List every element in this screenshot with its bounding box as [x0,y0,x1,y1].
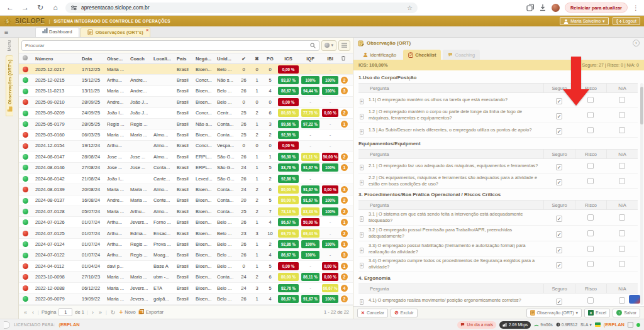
download-icon[interactable] [539,4,547,11]
checkbox-risco[interactable] [587,230,594,236]
checkbox-na[interactable] [619,163,625,169]
tab-coaching[interactable]: Coaching [443,50,480,60]
reload-icon[interactable]: ↻ [35,3,45,12]
table-row[interactable]: 2025-09-0209 24/09/25 João I... João J..… [19,108,353,119]
notification-badge[interactable]: Um dia a mais [457,321,496,329]
checkbox-na[interactable] [619,178,625,184]
floating-thumbnail[interactable] [629,295,640,304]
checkbox-seguro[interactable] [556,179,562,185]
table-row[interactable]: 2024-08-0146 27/08/24 Jose ... Jose ... … [19,163,353,173]
excel-button[interactable]: XExcel [584,309,610,317]
checkbox-seguro[interactable] [556,216,562,222]
table-row[interactable]: 2022-12-0088 06/12/22 Maria ... Jevers..… [19,283,353,294]
checkbox-na[interactable] [619,127,625,133]
expand-icon[interactable]: + [360,99,364,104]
menu-hamburger-icon[interactable]: ≡ [1,28,11,36]
tab-identificacao[interactable]: Identificação [358,50,401,60]
table-row[interactable]: 2024-07-0122 01/07/24 Arthu... Regis ...… [19,250,353,261]
bookmark-star-icon[interactable]: ☆ [407,4,413,11]
expand-icon[interactable]: + [360,232,364,238]
home-icon[interactable]: ⌂ [50,3,60,12]
search-input[interactable] [25,43,310,48]
salvar-button[interactable]: ↑Salvar [613,309,640,317]
last-page-icon[interactable]: » [97,309,103,316]
address-bar[interactable]: apresentacao.siclope.com.br ☆ [65,3,418,13]
table-row[interactable]: 2024-08-0142 21/08/24 João I... Cante...… [19,173,353,184]
checkbox-risco[interactable] [587,297,594,304]
table-row[interactable]: 2024-07-0128 05/07/24 Maria ... Arthu...… [19,206,353,217]
checkbox-risco[interactable] [587,127,594,133]
refresh-icon[interactable]: ↻ [109,309,117,316]
logout-button[interactable]: Logout [613,17,640,25]
expand-icon[interactable]: + [360,165,364,170]
prev-page-icon[interactable]: ‹ [31,309,35,316]
exportar-button[interactable]: Exportar [138,309,164,315]
expand-icon[interactable]: + [360,216,364,222]
checkbox-risco[interactable] [587,163,594,169]
checkbox-na[interactable] [619,261,625,267]
next-page-icon[interactable]: › [91,309,95,316]
rail-tab-observacoes[interactable]: Observações (ORT's) [6,55,13,116]
fullscreen-icon[interactable] [628,322,633,327]
search-box[interactable] [21,40,319,51]
expand-icon[interactable]: + [360,248,364,253]
tab-group-icon[interactable] [526,4,534,11]
table-row[interactable]: 2025-05-0179 28/05/25 Regis ... Regis ..… [19,119,353,129]
table-row[interactable]: 2022-09-0079 19/09/22 Maria ... Jevers..… [19,294,353,304]
checkbox-risco[interactable] [587,97,594,103]
user-menu-button[interactable]: Maria Solvelino ▾ [560,17,608,25]
checkbox-seguro[interactable] [556,231,562,238]
table-row[interactable]: 2024-04-0112 01/04/24 davi p... Base A B… [19,261,353,272]
table-row[interactable]: 2025-03-0160 06/03/25 Maria ... Maria ..… [19,129,353,140]
expand-icon[interactable]: + [360,263,364,268]
first-page-icon[interactable]: « [23,309,28,316]
checkbox-na[interactable] [619,112,625,118]
table-row[interactable]: 2024-08-0137 16/08/24 Andre... Maria ...… [19,195,353,206]
checkbox-na[interactable] [619,214,625,221]
checkbox-risco[interactable] [587,261,594,267]
checkbox-seguro[interactable] [556,128,562,135]
collapse-panel-icon[interactable]: › [633,40,640,47]
expand-icon[interactable]: + [360,180,364,185]
expand-icon[interactable]: + [360,114,364,119]
expand-icon[interactable]: + [360,299,364,305]
browser-menu-icon[interactable]: ⋮ [633,4,639,11]
table-row[interactable]: 2024-08-0139 20/08/24 Maria ... Maria ..… [19,184,353,195]
checkbox-risco[interactable] [587,246,594,252]
table-row[interactable]: 2025-12-0215 15/12/25 Arthu... Andre... … [19,75,353,85]
checkbox-risco[interactable] [587,214,594,221]
sla-item[interactable]: SLA▾ [580,322,592,327]
excluir-button[interactable]: ⊘Excluir [391,309,418,317]
back-icon[interactable]: ← [5,3,15,12]
checkbox-seguro[interactable] [556,98,562,104]
checkbox-risco[interactable] [587,112,594,118]
table-row[interactable]: 2025-09-0210 28/09/25 Andre... João J...… [19,97,353,107]
sidebar-toggle-pill[interactable] [4,321,10,329]
table-row[interactable]: 2025-12-0217 17/12/25 Maria ... Brasil B… [19,64,353,75]
table-row[interactable]: 2024-12-0154 19/12/24 Arthu... Almo... B… [19,141,353,151]
browser-restart-button[interactable]: Reiniciar para atualizar [565,3,628,13]
observacao-ort-button[interactable]: Observação (ORT) ▾ [526,309,582,317]
table-row[interactable]: 2024-07-0124 01/07/24 Arthu... Regis ...… [19,239,353,250]
scrollbar-thumb[interactable] [640,87,643,124]
checkbox-na[interactable] [619,246,625,252]
tab-observacoes[interactable]: Observações (ORT's) ✕ [80,27,150,37]
expand-icon[interactable]: + [360,129,364,135]
checkbox-seguro[interactable] [556,113,562,119]
table-header[interactable]: Número Data Obse... Coach Locali... País… [19,53,353,64]
checkbox-risco[interactable] [587,178,594,184]
page-input[interactable] [58,308,72,316]
checkbox-seguro[interactable] [556,262,562,268]
status-filter-button[interactable]: ▾ [321,40,336,51]
checkbox-na[interactable] [619,297,625,304]
table-row[interactable]: 2024-07-0126 01/07/24 Arthu... Jevers...… [19,217,353,228]
table-row[interactable]: 2024-07-0125 01/07/24 Arthu... Edma... E… [19,228,353,239]
novo-button[interactable]: +Novo [119,309,135,316]
panel-scrollbar[interactable] [640,83,643,305]
checkbox-na[interactable] [619,97,625,103]
checkbox-seguro[interactable] [556,164,562,170]
table-row[interactable]: 2024-08-0147 28/08/24 Jose ... Jose ... … [19,151,353,162]
checkbox-na[interactable] [619,230,625,236]
list-options-button[interactable] [338,40,350,51]
table-row[interactable]: 2023-10-0098 27/10/23 Maria ... Maria ..… [19,272,353,282]
